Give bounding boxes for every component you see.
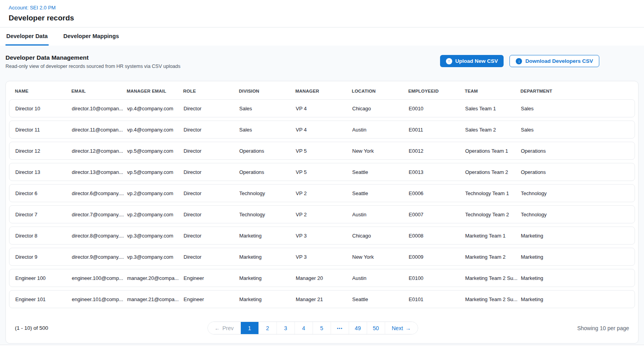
- cell-department: Sales: [521, 127, 629, 133]
- table-row: Director 11director.11@compan...vp.4@com…: [9, 121, 635, 139]
- cell-email: director.7@company....: [72, 212, 127, 217]
- cell-name: Director 13: [15, 169, 72, 175]
- cell-division: Technology: [239, 212, 296, 217]
- column-header-division: DIVISION: [239, 89, 295, 93]
- column-header-employeeid: EMPLOYEEID: [408, 89, 465, 93]
- cell-name: Director 9: [15, 254, 72, 260]
- cell-department: Technology: [521, 190, 629, 196]
- cell-division: Technology: [239, 190, 296, 196]
- cell-division: Marketing: [239, 296, 296, 302]
- column-header-manager-email: MANAGER EMAIL: [127, 89, 183, 93]
- page-title: Developer records: [9, 14, 635, 22]
- cell-manager: VP 4: [296, 127, 352, 133]
- tab-developer-data[interactable]: Developer Data: [5, 27, 49, 46]
- cell-employeeid: E0012: [409, 148, 465, 154]
- cell-department: Marketing: [521, 233, 629, 239]
- cell-employeeid: E0008: [409, 233, 465, 239]
- tab-bar: Developer DataDeveloper Mappings: [0, 27, 644, 46]
- prev-page-button: ←Prev: [208, 322, 240, 334]
- account-link[interactable]: Account: SEI 2.0 PM: [9, 5, 56, 11]
- csv-button-group: ↑ Upload New CSV ↓ Download Developers C…: [440, 55, 599, 67]
- table-footer: (1 - 10) of 500 ←Prev12345•••4950Next→ S…: [6, 308, 638, 343]
- tab-developer-mappings[interactable]: Developer Mappings: [63, 27, 120, 46]
- cell-employeeid: E0010: [409, 106, 465, 111]
- table-row: Director 10director.10@compan...vp.4@com…: [9, 99, 635, 117]
- cell-manager-email: vp.3@company.com: [127, 254, 184, 260]
- cell-manager-email: vp.4@company.com: [127, 127, 184, 133]
- next-label: Next: [392, 325, 403, 331]
- download-arrow-icon: ↓: [516, 58, 522, 64]
- cell-location: New York: [352, 254, 409, 260]
- cell-role: Director: [184, 148, 239, 154]
- next-page-button[interactable]: Next→: [385, 322, 418, 334]
- page-button-5[interactable]: 5: [313, 322, 331, 334]
- upload-arrow-icon: ↑: [446, 58, 452, 64]
- page-number: 5: [320, 325, 323, 331]
- cell-name: Director 7: [15, 212, 72, 217]
- cell-team: Operations Team 1: [465, 148, 521, 154]
- page-button-50[interactable]: 50: [367, 322, 385, 334]
- cell-name: Engineer 100: [15, 275, 72, 281]
- cell-manager-email: vp.5@company.com: [127, 169, 184, 175]
- cell-location: New York: [352, 148, 409, 154]
- download-csv-button-label: Download Developers CSV: [525, 58, 593, 64]
- page-button-4[interactable]: 4: [295, 322, 313, 334]
- cell-name: Director 11: [15, 127, 72, 133]
- cell-email: director.9@company....: [72, 254, 127, 260]
- section-title: Developer Data Management: [5, 54, 180, 61]
- cell-department: Technology: [521, 212, 629, 217]
- cell-division: Operations: [239, 169, 296, 175]
- cell-email: director.11@compan...: [72, 127, 127, 133]
- cell-team: Marketing Team 1: [465, 233, 521, 239]
- next-arrow-icon: →: [406, 325, 411, 331]
- cell-manager: VP 4: [296, 106, 352, 111]
- cell-division: Sales: [239, 127, 296, 133]
- cell-team: Technology Team 2: [465, 212, 521, 217]
- cell-department: Operations: [521, 169, 629, 175]
- column-header-name: NAME: [15, 89, 71, 93]
- upload-csv-button-label: Upload New CSV: [455, 58, 498, 64]
- page-button-1[interactable]: 1: [240, 322, 258, 334]
- cell-manager: VP 3: [296, 233, 352, 239]
- cell-role: Director: [184, 233, 239, 239]
- cell-name: Director 8: [15, 233, 72, 239]
- upload-csv-button[interactable]: ↑ Upload New CSV: [440, 55, 504, 67]
- page-ellipsis[interactable]: •••: [331, 322, 349, 334]
- cell-email: engineer.101@comp...: [72, 296, 127, 302]
- cell-division: Sales: [239, 106, 296, 111]
- cell-email: director.12@compan...: [72, 148, 127, 154]
- cell-location: Chicago: [352, 233, 409, 239]
- table-row: Director 6director.6@company....vp.2@com…: [9, 184, 635, 202]
- cell-location: Austin: [352, 127, 409, 133]
- page-number: 50: [373, 325, 379, 331]
- page-button-2[interactable]: 2: [258, 322, 277, 334]
- cell-location: Austin: [352, 275, 409, 281]
- cell-department: Sales: [521, 106, 629, 111]
- cell-division: Marketing: [239, 254, 296, 260]
- cell-department: Marketing: [521, 254, 629, 260]
- section-heading-block: Developer Data Management Read-only view…: [5, 54, 180, 69]
- cell-division: Operations: [239, 148, 296, 154]
- cell-team: Sales Team 1: [465, 106, 521, 111]
- cell-employeeid: E0006: [409, 190, 465, 196]
- column-header-location: LOCATION: [352, 89, 408, 93]
- column-header-role: ROLE: [183, 89, 239, 93]
- cell-role: Director: [184, 254, 239, 260]
- developer-table-card: NAMEEMAILMANAGER EMAILROLEDIVISIONMANAGE…: [5, 81, 639, 344]
- cell-role: Engineer: [184, 296, 239, 302]
- table-body: Director 10director.10@compan...vp.4@com…: [6, 99, 638, 308]
- cell-location: Austin: [352, 212, 409, 217]
- cell-manager: VP 3: [296, 254, 352, 260]
- page-number: 1: [248, 325, 251, 331]
- cell-location: Seattle: [352, 190, 409, 196]
- table-row: Director 7director.7@company....vp.2@com…: [9, 205, 635, 223]
- cell-manager-email: vp.5@company.com: [127, 148, 184, 154]
- cell-manager-email: manager.21@compa...: [127, 296, 184, 302]
- download-csv-button[interactable]: ↓ Download Developers CSV: [509, 55, 599, 67]
- page-button-3[interactable]: 3: [277, 322, 295, 334]
- pagination: ←Prev12345•••4950Next→: [207, 322, 418, 334]
- cell-manager: Manager 21: [296, 296, 352, 302]
- page-number: 2: [266, 325, 269, 331]
- page-header: Account: SEI 2.0 PM Developer records: [0, 0, 644, 22]
- page-button-49[interactable]: 49: [349, 322, 367, 334]
